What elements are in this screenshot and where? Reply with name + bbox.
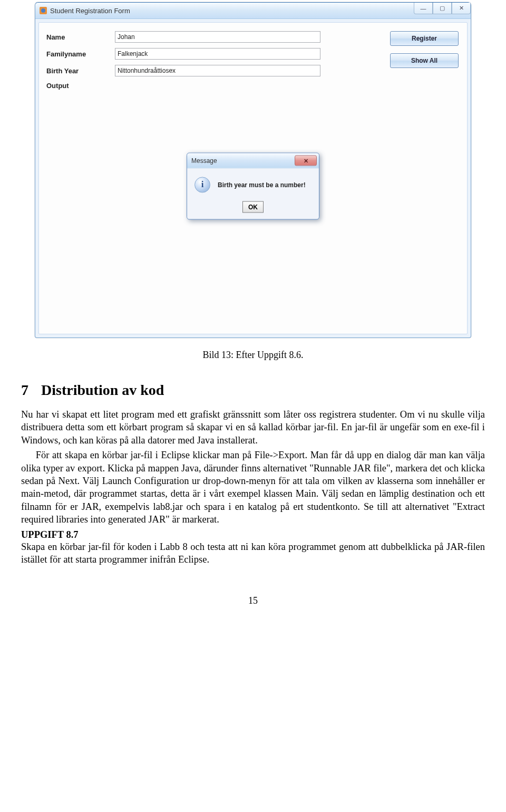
name-input[interactable] (115, 31, 320, 43)
output-label: Output (46, 82, 460, 90)
dialog-ok-button[interactable]: OK (242, 201, 264, 213)
page-number: 15 (21, 595, 485, 606)
dialog-message: Birth year must be a number! (218, 181, 306, 189)
section-number: 7 (21, 382, 41, 399)
section-heading: 7Distribution av kod (21, 382, 485, 399)
message-dialog: Message ✕ Birth year must be a number! O… (187, 153, 319, 220)
window-title: Student Registration Form (50, 7, 130, 15)
student-registration-window: Student Registration Form — ▢ ✕ Name Fam… (35, 2, 471, 338)
close-button[interactable]: ✕ (452, 3, 471, 14)
section-title: Distribution av kod (41, 382, 164, 398)
birthyear-label: Birth Year (46, 67, 115, 75)
paragraph-3: Skapa en körbar jar-fil för koden i Labb… (21, 540, 485, 566)
familyname-input[interactable] (115, 48, 320, 60)
name-label: Name (46, 33, 115, 41)
figure-caption: Bild 13: Efter Uppgift 8.6. (21, 350, 485, 361)
java-icon (40, 7, 47, 14)
window-content: Name Familyname Birth Year Output Regist… (38, 22, 468, 334)
uppgift-label: UPPGIFT 8.7 (21, 529, 485, 540)
familyname-label: Familyname (46, 50, 115, 58)
dialog-close-button[interactable]: ✕ (295, 156, 317, 166)
register-button[interactable]: Register (390, 31, 459, 46)
info-icon (194, 177, 210, 193)
minimize-button[interactable]: — (414, 3, 433, 14)
output-area: Message ✕ Birth year must be a number! O… (46, 94, 460, 278)
dialog-titlebar[interactable]: Message ✕ (187, 153, 319, 169)
maximize-button[interactable]: ▢ (433, 3, 452, 14)
show-all-button[interactable]: Show All (390, 53, 459, 68)
paragraph-2: För att skapa en körbar jar-fil i Eclips… (21, 449, 485, 526)
birthyear-input[interactable] (115, 65, 320, 76)
dialog-title: Message (191, 157, 217, 165)
paragraph-1: Nu har vi skapat ett litet program med e… (21, 408, 485, 447)
window-titlebar[interactable]: Student Registration Form — ▢ ✕ (35, 3, 471, 19)
